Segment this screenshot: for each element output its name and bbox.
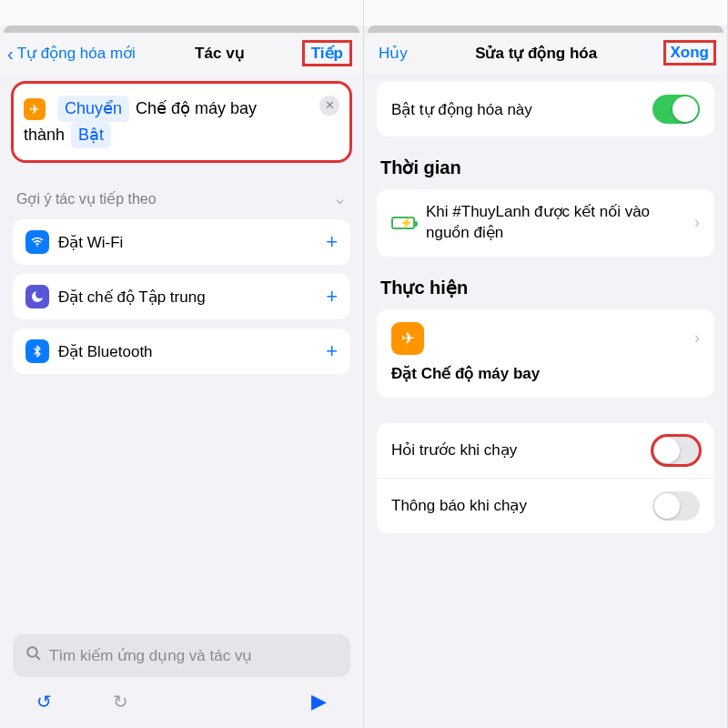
notify-toggle[interactable] [652,491,700,521]
wifi-icon [25,230,49,254]
bottom-area: Tìm kiếm ứng dụng và tác vụ ↺ ↻ ▶ [0,625,363,728]
nav-title: Tác vụ [195,44,244,63]
redo-button[interactable]: ↻ [113,691,128,713]
suggestion-wifi[interactable]: Đặt Wi-Fi + [13,219,350,265]
enable-label: Bật tự động hóa này [391,100,532,119]
add-icon: + [326,339,338,363]
remove-action-button[interactable]: ✕ [319,96,339,116]
run-button[interactable]: ▶ [311,690,327,713]
cancel-label: Hủy [379,44,408,63]
sheet-peek [368,25,723,33]
svg-point-0 [36,246,37,247]
moon-icon [25,285,49,308]
nav-bar: Hủy Sửa tự động hóa Xong [364,33,727,73]
content: ✈ Chuyển Chế độ máy bay thành Bật ✕ Gợi … [0,74,363,625]
undo-button[interactable]: ↺ [36,691,52,713]
suggestion-wifi-label: Đặt Wi-Fi [58,233,123,252]
nav-back[interactable]: ‹ Tự động hóa mới [7,44,136,63]
notify-row: Thông báo khi chạy [377,478,714,533]
verb-token[interactable]: Chuyển [57,96,129,122]
run-options-card: Hỏi trước khi chạy Thông báo khi chạy [377,423,714,533]
next-label: Tiếp [311,45,343,62]
chevron-right-icon: › [694,329,700,348]
ask-before-toggle[interactable] [652,436,700,465]
notify-label: Thông báo khi chạy [391,496,527,515]
sheet-peek [4,25,359,33]
right-phone: Hủy Sửa tự động hóa Xong Bật tự động hóa… [364,0,728,728]
enable-toggle[interactable] [652,95,700,124]
next-button[interactable]: Tiếp [304,42,350,65]
suggestion-focus[interactable]: Đặt chế độ Tập trung + [13,274,350,319]
action-card[interactable]: ✈ Chuyển Chế độ máy bay thành Bật ✕ [13,83,350,161]
cancel-button[interactable]: Hủy [371,44,408,63]
status-bar [0,0,363,25]
enable-row: Bật tự động hóa này [377,82,714,136]
svg-point-1 [27,647,37,657]
chevron-left-icon: ‹ [7,45,14,63]
nav-bar: ‹ Tự động hóa mới Tác vụ Tiếp [0,33,363,74]
do-action-label: Đặt Chế độ máy bay [391,364,700,383]
ask-before-row: Hỏi trước khi chạy [377,423,714,478]
chevron-right-icon: › [694,213,700,232]
bluetooth-icon [25,339,49,363]
trigger-card[interactable]: ⚡ Khi #ThuyLanh được kết nối vào nguồn đ… [377,189,714,257]
do-section-title: Thực hiện [377,277,714,309]
trigger-text: Khi #ThuyLanh được kết nối vào nguồn điệ… [426,202,694,244]
enable-card: Bật tự động hóa này [377,82,714,136]
search-placeholder: Tìm kiếm ứng dụng và tác vụ [49,646,252,665]
nav-back-label: Tự động hóa mới [17,44,136,63]
content: Bật tự động hóa này Thời gian ⚡ Khi #Thu… [364,73,727,728]
airplane-icon: ✈ [391,322,424,355]
sheet: Hủy Sửa tự động hóa Xong Bật tự động hóa… [364,33,727,728]
left-phone: ‹ Tự động hóa mới Tác vụ Tiếp ✈ Chuyển C… [0,0,364,728]
suggestion-bluetooth[interactable]: Đặt Bluetooth + [13,329,350,374]
nav-title: Sửa tự động hóa [475,44,597,63]
done-label: Xong [671,44,710,61]
action-mid-text: Chế độ máy bay [136,99,257,117]
search-icon [25,645,42,666]
suggestion-bluetooth-label: Đặt Bluetooth [58,342,153,361]
bottom-toolbar: ↺ ↻ ▶ [13,677,350,728]
add-icon: + [326,285,338,308]
chevron-down-icon: ⌄ [333,188,347,208]
battery-charging-icon: ⚡ [391,217,415,229]
state-token[interactable]: Bật [71,122,111,148]
add-icon: + [326,230,338,254]
action-prefix: thành [24,126,65,144]
sheet: ‹ Tự động hóa mới Tác vụ Tiếp ✈ Chuyển C… [0,33,363,728]
suggestions-header-label: Gợi ý tác vụ tiếp theo [16,190,157,207]
suggestions-header[interactable]: Gợi ý tác vụ tiếp theo ⌄ [13,185,350,219]
ask-label: Hỏi trước khi chạy [391,440,517,460]
airplane-icon: ✈ [24,98,46,120]
suggestion-focus-label: Đặt chế độ Tập trung [58,288,206,307]
status-bar [364,0,727,25]
search-input[interactable]: Tìm kiếm ứng dụng và tác vụ [13,634,350,677]
done-button[interactable]: Xong [665,42,715,64]
do-card[interactable]: ✈ › Đặt Chế độ máy bay [377,309,714,398]
time-section-title: Thời gian [377,157,714,189]
